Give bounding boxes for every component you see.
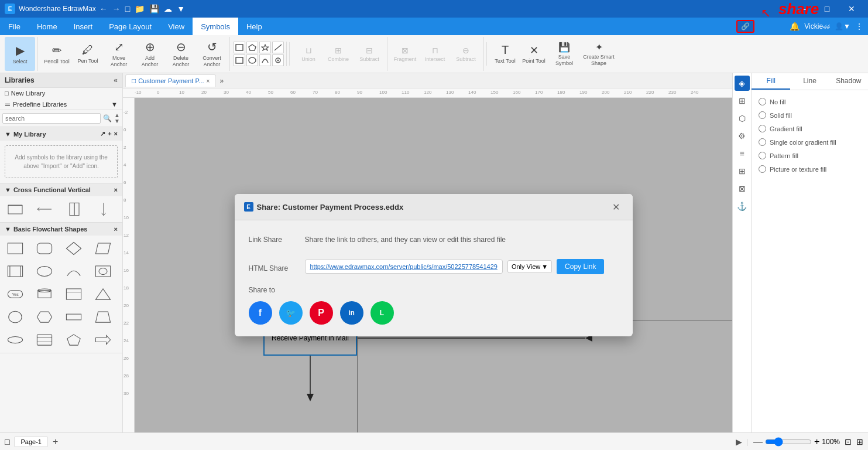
flowchart-circle[interactable] [4, 306, 27, 328]
pattern-fill-option[interactable]: Pattern fill [756, 149, 863, 162]
flowchart-cylinder[interactable] [33, 284, 56, 305]
zoom-out-button[interactable]: — [753, 437, 763, 447]
basic-flowchart-close-icon[interactable]: × [114, 226, 118, 233]
flowchart-process[interactable] [91, 261, 115, 282]
cross-functional-close-icon[interactable]: × [114, 186, 118, 193]
star-tool[interactable] [259, 42, 271, 53]
flowchart-hexagon[interactable] [33, 306, 56, 328]
cloud-icon[interactable]: ☁ [164, 4, 172, 13]
grid-icon[interactable]: ⊞ [735, 163, 750, 179]
back-icon[interactable]: ← [100, 4, 108, 13]
solid-fill-option[interactable]: Solid fill [756, 108, 863, 122]
flowchart-trapezoid[interactable] [91, 306, 115, 328]
close-button[interactable]: ✕ [840, 0, 863, 18]
modal-close-button[interactable]: ✕ [609, 200, 623, 214]
freehand-tool[interactable] [272, 54, 284, 66]
subtract-button[interactable]: ⊟ Subtract [354, 37, 385, 71]
folder-icon[interactable]: 📁 [135, 4, 145, 13]
gradient-fill-option[interactable]: Gradient fill [756, 122, 863, 135]
flowchart-yes[interactable]: Yes [4, 284, 27, 305]
maximize-button[interactable]: □ [815, 0, 839, 18]
flowchart-diamond[interactable] [62, 238, 85, 259]
line-tool[interactable] [272, 42, 284, 53]
point-tool-button[interactable]: ✕ Point Tool [519, 37, 548, 71]
menu-file[interactable]: File [0, 18, 29, 35]
pinterest-share-button[interactable]: P [310, 301, 333, 325]
line-share-button[interactable]: L [370, 301, 394, 325]
new-icon[interactable]: □ [125, 4, 130, 13]
facebook-share-button[interactable]: f [249, 301, 272, 325]
add-page-button[interactable]: + [53, 437, 58, 447]
tab-close-icon[interactable]: × [207, 78, 210, 84]
symbols-icon[interactable]: ⚙ [735, 128, 750, 144]
my-library-import-icon[interactable]: ↗ [100, 130, 105, 138]
tab-customer-payment[interactable]: □ Customer Payment P... × [125, 74, 216, 87]
pattern-fill-radio[interactable] [759, 152, 766, 159]
pages-icon[interactable]: ⊞ [735, 93, 750, 108]
flowchart-arc[interactable] [62, 261, 85, 282]
layers-icon[interactable]: ⬡ [735, 111, 750, 126]
create-smart-shape-button[interactable]: ✦ Create Smart Shape [580, 37, 617, 71]
no-fill-option[interactable]: No fill [756, 95, 863, 108]
expand-tabs-icon[interactable]: » [219, 77, 224, 85]
cf-shape-3[interactable] [63, 199, 86, 220]
save-icon[interactable]: 💾 [149, 4, 159, 13]
my-library-close-icon[interactable]: × [114, 130, 118, 138]
play-icon[interactable]: ▶ [736, 437, 742, 446]
menu-help[interactable]: Help [238, 18, 270, 35]
combine-button[interactable]: ⊞ Combine [323, 37, 354, 71]
notification-icon[interactable]: 🔔 [790, 22, 800, 31]
linkedin-share-button[interactable]: in [340, 301, 363, 325]
menu-home[interactable]: Home [29, 18, 66, 35]
circle-tool[interactable] [246, 54, 258, 66]
flowchart-rect[interactable] [4, 238, 27, 259]
rectangle-tool[interactable] [234, 42, 245, 53]
cf-shape-1[interactable] [4, 199, 27, 220]
fit-window-icon[interactable]: ⊞ [856, 437, 863, 446]
text-tool-button[interactable]: T Text Tool [492, 37, 519, 71]
menu-page-layout[interactable]: Page Layout [101, 18, 160, 35]
share-url-display[interactable]: https://www.edrawmax.com/server/public/s… [305, 260, 503, 274]
anchor-icon[interactable]: ⚓ [735, 199, 750, 214]
flowchart-pentagon[interactable] [62, 329, 85, 350]
my-library-add-icon[interactable]: + [108, 130, 111, 138]
main-canvas[interactable]: Receive Payment in Mail [135, 98, 732, 432]
fit-page-icon[interactable]: ⊡ [845, 437, 852, 446]
nav-down-button[interactable]: ▼ [114, 118, 120, 124]
move-anchor-button[interactable]: ⤢ Move Anchor [104, 37, 134, 71]
no-fill-radio[interactable] [759, 98, 766, 105]
forward-icon[interactable]: → [112, 4, 121, 13]
permission-dropdown[interactable]: Only View ▼ [507, 260, 552, 273]
flowchart-rounded[interactable] [33, 238, 56, 259]
apps-icon[interactable]: ⋮ [855, 22, 863, 31]
zoom-in-button[interactable]: + [814, 437, 819, 447]
cross-functional-header[interactable]: ▼ Cross Functional Vertical × [0, 183, 122, 196]
predefine-libraries-button[interactable]: ⚌ Predefine Libraries ▼ [0, 98, 122, 110]
fragment-button[interactable]: ⊠ Fragment [391, 37, 419, 71]
tab-shadow[interactable]: Shadow [829, 73, 868, 90]
flowchart-horiz-rect[interactable] [62, 306, 85, 328]
flowchart-rect2[interactable] [4, 261, 27, 282]
page-list-icon[interactable]: □ [5, 437, 9, 446]
user-menu-icon[interactable]: 👤▼ [835, 22, 850, 30]
collapse-panel-icon[interactable]: « [114, 76, 118, 84]
tab-fill[interactable]: Fill [752, 73, 790, 90]
my-library-header[interactable]: ▼ My Library ↗ + × [0, 127, 122, 141]
single-color-gradient-radio[interactable] [759, 138, 766, 146]
menu-view[interactable]: View [160, 18, 193, 35]
minimize-button[interactable]: — [791, 0, 814, 18]
arc-tool[interactable] [259, 54, 271, 66]
thumbnail-icon[interactable]: ⊠ [735, 181, 750, 196]
add-anchor-button[interactable]: ⊕ Add Anchor [135, 37, 165, 71]
notes-icon[interactable]: ≡ [735, 146, 750, 161]
picture-texture-fill-radio[interactable] [759, 165, 766, 173]
share-button[interactable]: 🔗 [736, 20, 754, 33]
intersect-button[interactable]: ⊓ Intersect [420, 37, 450, 71]
pentagon-tool[interactable] [246, 42, 258, 53]
union-button[interactable]: ⊔ Union [294, 37, 323, 71]
cf-shape-4[interactable] [92, 199, 115, 220]
flowchart-rect4[interactable] [33, 329, 56, 350]
more-icon[interactable]: ▼ [177, 4, 185, 13]
flowchart-ellipse[interactable] [33, 261, 56, 282]
select-tool-button[interactable]: ▶ Select [5, 37, 35, 71]
